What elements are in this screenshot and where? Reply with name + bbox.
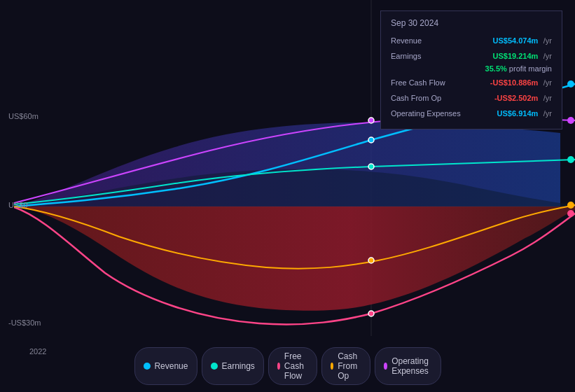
tooltip-label-opex: Operating Expenses	[391, 109, 461, 118]
tooltip-unit-cfo: /yr	[543, 94, 552, 102]
legend-label-cfo: Cash From Op	[338, 351, 361, 381]
tooltip-value-earnings: US$19.214m	[492, 52, 538, 60]
legend-item-cfo[interactable]: Cash From Op	[321, 347, 370, 385]
data-tooltip: Sep 30 2024 Revenue US$54.074m /yr Earni…	[380, 10, 562, 130]
tooltip-label-cfo: Cash From Op	[391, 94, 441, 102]
svg-point-8	[567, 80, 574, 88]
svg-point-7	[368, 118, 374, 123]
svg-point-11	[567, 202, 574, 209]
tooltip-row-fcf: Free Cash Flow -US$10.886m /yr	[391, 76, 552, 88]
tooltip-row-margin: 35.5% profit margin	[391, 64, 552, 73]
svg-point-3	[368, 137, 374, 143]
svg-point-12	[567, 117, 574, 124]
legend-item-earnings[interactable]: Earnings	[201, 347, 263, 385]
legend-dot-earnings	[210, 363, 217, 370]
svg-point-5	[368, 311, 374, 316]
tooltip-title: Sep 30 2024	[391, 18, 552, 28]
legend-dot-revenue	[143, 363, 150, 370]
legend-label-opex: Operating Expenses	[392, 356, 431, 376]
svg-point-4	[368, 164, 374, 169]
legend-label-earnings: Earnings	[221, 361, 254, 371]
tooltip-label-fcf: Free Cash Flow	[391, 78, 445, 87]
tooltip-value-cfo: -US$2.502m	[494, 94, 538, 102]
tooltip-row-cfo: Cash From Op -US$2.502m /yr	[391, 91, 552, 104]
tooltip-value-revenue: US$54.074m	[492, 36, 538, 45]
svg-point-9	[567, 156, 574, 163]
chart-legend: Revenue Earnings Free Cash Flow Cash Fro…	[134, 347, 441, 385]
tooltip-label-earnings: Earnings	[391, 52, 421, 60]
legend-dot-cfo	[331, 363, 333, 370]
tooltip-value-opex: US$6.914m	[497, 109, 539, 118]
legend-label-fcf: Free Cash Flow	[284, 351, 308, 381]
tooltip-row-earnings: Earnings US$19.214m /yr	[391, 49, 552, 62]
tooltip-unit-revenue: /yr	[543, 36, 552, 45]
tooltip-unit-opex: /yr	[543, 109, 552, 118]
legend-item-revenue[interactable]: Revenue	[134, 347, 197, 385]
legend-item-fcf[interactable]: Free Cash Flow	[268, 347, 317, 385]
tooltip-unit-fcf: /yr	[543, 78, 552, 87]
y-label-60m: US$60m	[8, 112, 39, 120]
svg-point-10	[567, 210, 574, 217]
tooltip-profit-margin: 35.5% profit margin	[485, 64, 552, 73]
y-label-0: US$0	[8, 201, 28, 209]
legend-label-revenue: Revenue	[154, 361, 188, 371]
tooltip-unit-earnings: /yr	[543, 52, 552, 60]
legend-dot-opex	[384, 363, 387, 370]
legend-dot-fcf	[277, 363, 280, 370]
x-label-2022: 2022	[29, 347, 46, 356]
tooltip-row-opex: Operating Expenses US$6.914m /yr	[391, 106, 552, 119]
tooltip-label-revenue: Revenue	[391, 36, 422, 45]
tooltip-value-fcf: -US$10.886m	[490, 78, 539, 87]
svg-point-6	[368, 258, 374, 263]
y-label-neg30m: -US$30m	[8, 318, 41, 327]
tooltip-row-revenue: Revenue US$54.074m /yr	[391, 34, 552, 46]
legend-item-opex[interactable]: Operating Expenses	[375, 347, 441, 385]
